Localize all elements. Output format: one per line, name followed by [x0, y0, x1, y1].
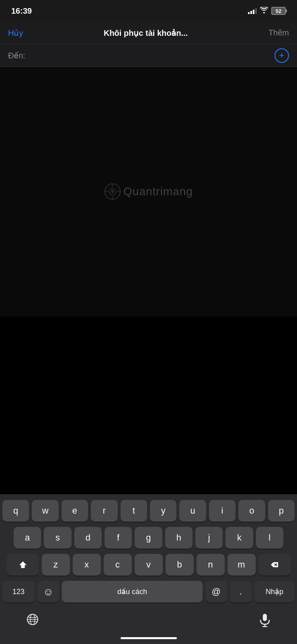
signal-icon: [248, 8, 257, 14]
key-h[interactable]: h: [165, 527, 193, 549]
key-d[interactable]: d: [74, 527, 102, 549]
key-z[interactable]: z: [42, 554, 70, 576]
period-key[interactable]: .: [230, 581, 252, 603]
home-indicator: [121, 637, 177, 639]
numbers-key[interactable]: 123: [2, 581, 35, 603]
key-l[interactable]: l: [256, 527, 283, 549]
key-x[interactable]: x: [73, 554, 101, 576]
key-o[interactable]: o: [238, 500, 265, 522]
keyboard-row-3: z x c v b n m: [2, 554, 295, 576]
keyboard-row-1: q w e r t y u i o p: [2, 500, 295, 522]
to-field: Đến: +: [0, 44, 297, 67]
bottom-bar: [2, 608, 295, 644]
key-q[interactable]: q: [2, 500, 29, 522]
key-j[interactable]: j: [195, 527, 223, 549]
mic-key[interactable]: [259, 613, 270, 627]
status-time: 16:39: [11, 6, 32, 16]
keyboard-row-4: 123 ☺ dấu cách @ . Nhập: [2, 581, 295, 603]
key-f[interactable]: f: [104, 527, 132, 549]
keyboard-row-2: a s d f g h j k l: [2, 527, 295, 549]
key-g[interactable]: g: [135, 527, 162, 549]
nav-bar: Hủy Khôi phục tài khoản... Thêm: [0, 22, 297, 44]
battery-indicator: 52: [271, 7, 286, 15]
return-key[interactable]: Nhập: [254, 581, 295, 603]
cancel-button[interactable]: Hủy: [8, 28, 23, 38]
key-y[interactable]: y: [150, 500, 176, 522]
globe-key[interactable]: [27, 613, 39, 625]
keyboard: q w e r t y u i o p a s d f g h j k l z …: [0, 494, 297, 644]
watermark-text: Quantrimang: [123, 185, 193, 198]
status-icons: 52: [248, 7, 286, 15]
add-contact-button[interactable]: +: [274, 48, 289, 63]
shift-key[interactable]: [7, 554, 39, 576]
key-c[interactable]: c: [104, 554, 132, 576]
at-key[interactable]: @: [205, 581, 227, 603]
key-r[interactable]: r: [91, 500, 117, 522]
key-v[interactable]: v: [135, 554, 163, 576]
wifi-icon: [260, 7, 268, 15]
key-i[interactable]: i: [209, 500, 236, 522]
key-k[interactable]: k: [225, 527, 253, 549]
key-t[interactable]: t: [121, 500, 147, 522]
watermark: Quantrimang: [104, 183, 193, 200]
key-e[interactable]: e: [61, 500, 88, 522]
add-button[interactable]: Thêm: [268, 28, 289, 37]
key-s[interactable]: s: [44, 527, 71, 549]
key-m[interactable]: m: [227, 554, 256, 576]
key-u[interactable]: u: [179, 500, 206, 522]
page-title: Khôi phục tài khoản...: [104, 28, 188, 38]
key-b[interactable]: b: [166, 554, 194, 576]
space-key[interactable]: dấu cách: [62, 581, 203, 603]
backspace-key[interactable]: [258, 554, 291, 576]
key-w[interactable]: w: [32, 500, 58, 522]
svg-rect-12: [263, 614, 267, 621]
key-n[interactable]: n: [197, 554, 225, 576]
key-p[interactable]: p: [268, 500, 295, 522]
key-a[interactable]: a: [14, 527, 41, 549]
status-bar: 16:39 52: [0, 0, 297, 22]
emoji-key[interactable]: ☺: [37, 581, 59, 603]
main-content: Quantrimang: [0, 67, 297, 316]
to-label: Đến:: [8, 51, 25, 60]
watermark-logo: [104, 183, 121, 200]
